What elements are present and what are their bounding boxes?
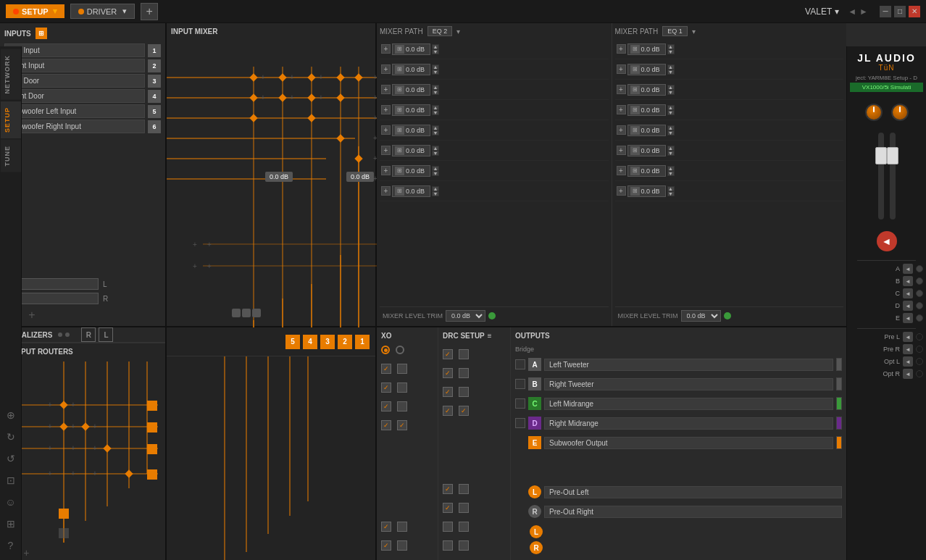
- mp-plus-7[interactable]: +: [381, 166, 391, 175]
- mp-dropdown-2[interactable]: ▾: [692, 28, 696, 35]
- mp-arr-dn-3[interactable]: ▼: [432, 90, 439, 95]
- drc-check-opt2b[interactable]: [459, 540, 469, 551]
- mp-arr-dn-1[interactable]: ▼: [432, 49, 439, 54]
- mp-arr-up-3[interactable]: ▲: [432, 85, 439, 90]
- mp-arr-dn-7[interactable]: ▼: [432, 171, 439, 176]
- mp-arr-up-eq1-1[interactable]: ▲: [667, 44, 675, 49]
- mp-arr-up-5[interactable]: ▲: [432, 125, 439, 130]
- sidebar-tab-setup[interactable]: SETUP: [1, 101, 21, 138]
- rp-arrow-d[interactable]: ◄: [903, 301, 913, 311]
- mp-plus-eq1-3[interactable]: +: [617, 85, 626, 94]
- rp-arrow-c[interactable]: ◄: [903, 288, 913, 298]
- mp-plus-8[interactable]: +: [381, 186, 391, 196]
- xo-check-pre[interactable]: [381, 522, 391, 532]
- drc-check-opt[interactable]: [443, 522, 453, 532]
- mp-arr-up-2[interactable]: ▲: [432, 64, 439, 70]
- drc-menu-icon[interactable]: ≡: [488, 332, 492, 340]
- mp-arr-up-eq1-6[interactable]: ▲: [667, 146, 675, 151]
- rp-arrow-e[interactable]: ◄: [903, 313, 913, 323]
- drc-check-optb[interactable]: [459, 522, 469, 532]
- mp-plus-1[interactable]: +: [381, 44, 391, 54]
- fader-handle-right[interactable]: [887, 147, 898, 164]
- add-tab-button[interactable]: +: [141, 3, 158, 20]
- xo-check-2[interactable]: [381, 383, 391, 393]
- xo-check-3b[interactable]: [397, 401, 407, 411]
- drc-check-4[interactable]: [443, 406, 453, 416]
- mp-trim-select-2[interactable]: 0.0 dB: [681, 310, 721, 322]
- drc-check-2[interactable]: [443, 368, 453, 378]
- eq-btn-4[interactable]: 4: [303, 335, 317, 349]
- xo-check-1[interactable]: [381, 364, 391, 374]
- sidebar-icon-5[interactable]: ☺: [2, 493, 20, 511]
- drc-check-pre2b[interactable]: [459, 503, 469, 513]
- xo-check-4b[interactable]: [397, 420, 407, 430]
- fader-track-left[interactable]: [878, 133, 884, 220]
- mp-arr-up-7[interactable]: ▲: [432, 166, 439, 171]
- xo-check-1b[interactable]: [397, 364, 407, 374]
- setup-button[interactable]: SETUP ▾: [6, 4, 64, 18]
- eq-btn-1[interactable]: 1: [355, 335, 370, 349]
- mp-plus-eq1-2[interactable]: +: [617, 64, 626, 74]
- mp-arr-up-8[interactable]: ▲: [432, 186, 439, 191]
- mp-arr-up-eq1-7[interactable]: ▲: [667, 166, 675, 171]
- sidebar-icon-1[interactable]: ⊕: [2, 406, 20, 424]
- drc-check-1b[interactable]: [459, 349, 469, 359]
- mp-arr-dn-eq1-6[interactable]: ▼: [667, 151, 675, 156]
- rp-arrow-a[interactable]: ◄: [903, 264, 913, 274]
- mp-arr-dn-eq1-3[interactable]: ▼: [667, 90, 675, 95]
- mp-plus-eq1-6[interactable]: +: [617, 146, 626, 155]
- mp-plus-eq1-1[interactable]: +: [617, 44, 626, 54]
- drc-check-3b[interactable]: [459, 387, 469, 397]
- mp-dropdown-1[interactable]: ▾: [456, 28, 460, 35]
- knob-right[interactable]: [891, 104, 909, 121]
- mp-arr-up-eq1-3[interactable]: ▲: [667, 85, 675, 90]
- maximize-button[interactable]: □: [894, 6, 906, 17]
- mp-arr-dn-eq1-7[interactable]: ▼: [667, 171, 675, 176]
- eq-btn-r[interactable]: R: [81, 327, 96, 342]
- drc-check-opt2[interactable]: [443, 540, 453, 551]
- xo-radio-2[interactable]: [396, 346, 404, 354]
- drc-check-2b[interactable]: [459, 368, 469, 378]
- drc-check-4b[interactable]: [459, 406, 469, 416]
- mp-arr-dn-eq1-1[interactable]: ▼: [667, 49, 675, 54]
- close-button[interactable]: ✕: [909, 6, 920, 17]
- eq-btn-3[interactable]: 3: [320, 335, 335, 349]
- mp-plus-6[interactable]: +: [381, 146, 391, 155]
- mp-arr-dn-8[interactable]: ▼: [432, 191, 439, 196]
- drc-check-1[interactable]: [443, 349, 453, 359]
- rp-arrow-prel[interactable]: ◄: [903, 332, 913, 342]
- drc-check-preb[interactable]: [459, 484, 469, 494]
- drc-check-3[interactable]: [443, 387, 453, 397]
- mp-arr-up-eq1-5[interactable]: ▲: [667, 125, 675, 130]
- or-plus-2[interactable]: +: [23, 547, 29, 559]
- mp-arr-up-4[interactable]: ▲: [432, 105, 439, 110]
- driver-button[interactable]: DRIVER ▾: [70, 4, 135, 19]
- eq-btn-5[interactable]: 5: [285, 335, 300, 349]
- mp-arr-dn-eq1-5[interactable]: ▼: [667, 130, 675, 135]
- rp-arrow-prer[interactable]: ◄: [903, 344, 913, 354]
- xo-check-2b[interactable]: [397, 383, 407, 393]
- mp-trim-select-1[interactable]: 0.0 dB: [446, 310, 485, 322]
- mp-arr-up-eq1-8[interactable]: ▲: [667, 186, 675, 191]
- sidebar-icon-3[interactable]: ↺: [2, 450, 20, 467]
- mp-plus-3[interactable]: +: [381, 85, 391, 94]
- sidebar-icon-4[interactable]: ⊡: [2, 472, 20, 489]
- fader-handle-left[interactable]: [875, 147, 887, 164]
- rp-arrow-optr[interactable]: ◄: [903, 369, 913, 379]
- fader-track-right[interactable]: [890, 133, 896, 220]
- mp-arr-dn-eq1-8[interactable]: ▼: [667, 191, 675, 196]
- rp-arrow-b[interactable]: ◄: [903, 276, 913, 286]
- bridge-check-b[interactable]: [515, 379, 525, 389]
- xo-check-preb[interactable]: [397, 522, 407, 532]
- mp-arr-dn-4[interactable]: ▼: [432, 110, 439, 115]
- minimize-button[interactable]: ─: [880, 6, 891, 17]
- eq-btn-l[interactable]: L: [99, 327, 113, 342]
- sidebar-tab-network[interactable]: NETWORK: [1, 49, 21, 100]
- mp-arr-up-eq1-4[interactable]: ▲: [667, 105, 675, 110]
- sidebar-tab-tune[interactable]: TUNE: [1, 140, 21, 172]
- bridge-check-d[interactable]: [515, 418, 525, 428]
- mp-plus-5[interactable]: +: [381, 125, 391, 135]
- xo-check-pre2[interactable]: [381, 540, 391, 551]
- mp-arr-dn-eq1-2[interactable]: ▼: [667, 70, 675, 75]
- minus-left-bottom[interactable]: +: [28, 309, 35, 322]
